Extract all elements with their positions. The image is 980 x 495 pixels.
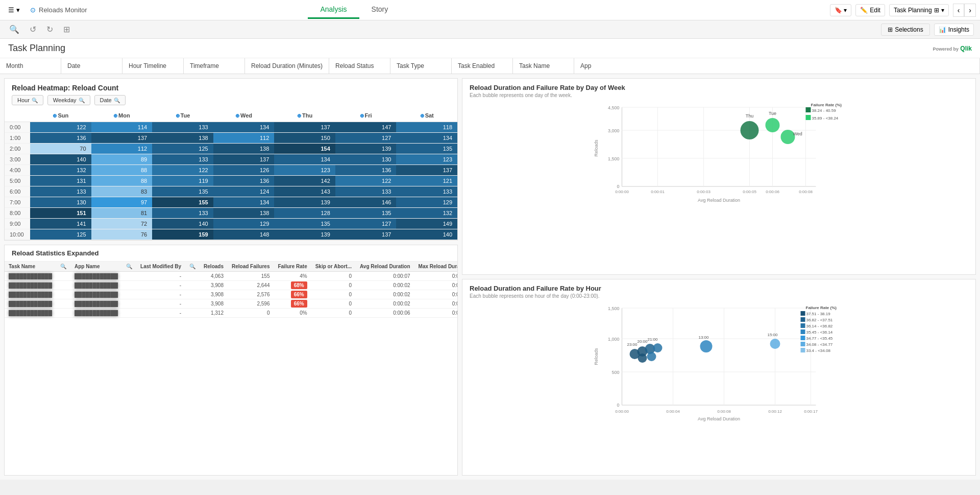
- filter-task-name[interactable]: Task Name: [513, 58, 574, 74]
- heatmap-cell[interactable]: 89: [91, 154, 153, 165]
- heatmap-cell[interactable]: 112: [213, 133, 275, 144]
- heatmap-cell[interactable]: 133: [152, 154, 213, 165]
- heatmap-cell[interactable]: 136: [30, 133, 91, 144]
- heatmap-cell[interactable]: 154: [274, 144, 335, 154]
- tab-analysis[interactable]: Analysis: [308, 1, 359, 19]
- heatmap-cell[interactable]: 114: [91, 122, 153, 133]
- heatmap-cell[interactable]: 131: [30, 176, 91, 186]
- heatmap-cell[interactable]: 143: [274, 186, 335, 197]
- pill-hour[interactable]: Hour 🔍: [12, 95, 43, 105]
- heatmap-cell[interactable]: 138: [152, 133, 213, 144]
- bookmark-button[interactable]: 🔖 ▾: [830, 4, 851, 16]
- filter-task-enabled[interactable]: Task Enabled: [452, 58, 513, 74]
- filter-app[interactable]: App: [574, 58, 980, 74]
- heatmap-cell[interactable]: 97: [91, 197, 153, 208]
- heatmap-cell[interactable]: 137: [91, 133, 153, 144]
- heatmap-cell[interactable]: 140: [30, 154, 91, 165]
- heatmap-cell[interactable]: 81: [91, 208, 153, 219]
- heatmap-cell[interactable]: 146: [335, 197, 397, 208]
- heatmap-cell[interactable]: 88: [91, 165, 153, 176]
- heatmap-cell[interactable]: 133: [335, 186, 397, 197]
- heatmap-cell[interactable]: 133: [396, 186, 457, 197]
- heatmap-cell[interactable]: 130: [30, 197, 91, 208]
- heatmap-cell[interactable]: 133: [152, 208, 213, 219]
- heatmap-cell[interactable]: 125: [152, 144, 213, 154]
- heatmap-cell[interactable]: 142: [274, 176, 335, 186]
- th-modified-search[interactable]: 🔍: [185, 262, 200, 272]
- filter-timeframe[interactable]: Timeframe: [184, 58, 245, 74]
- heatmap-cell[interactable]: 127: [335, 133, 397, 144]
- heatmap-cell[interactable]: 132: [396, 208, 457, 219]
- heatmap-cell[interactable]: 134: [213, 122, 275, 133]
- heatmap-cell[interactable]: 139: [274, 229, 335, 240]
- heatmap-cell[interactable]: 123: [274, 165, 335, 176]
- heatmap-cell[interactable]: 129: [396, 197, 457, 208]
- heatmap-cell[interactable]: 140: [152, 219, 213, 229]
- heatmap-cell[interactable]: 72: [91, 219, 153, 229]
- heatmap-cell[interactable]: 135: [335, 208, 397, 219]
- heatmap-cell[interactable]: 129: [213, 219, 275, 229]
- filter-reload-status[interactable]: Reload Status: [329, 58, 390, 74]
- pill-weekday[interactable]: Weekday 🔍: [47, 95, 90, 105]
- heatmap-cell[interactable]: 135: [152, 186, 213, 197]
- heatmap-cell[interactable]: 135: [396, 144, 457, 154]
- heatmap-cell[interactable]: 134: [213, 197, 275, 208]
- heatmap-cell[interactable]: 147: [335, 122, 397, 133]
- insights-button[interactable]: 📊 Insights: [934, 23, 974, 36]
- heatmap-cell[interactable]: 138: [213, 144, 275, 154]
- selections-button[interactable]: ⊞ Selections: [881, 23, 929, 36]
- heatmap-cell[interactable]: 123: [396, 154, 457, 165]
- redo-button[interactable]: ↻: [43, 23, 56, 36]
- heatmap-cell[interactable]: 137: [213, 154, 275, 165]
- heatmap-cell[interactable]: 137: [396, 165, 457, 176]
- zoom-button[interactable]: 🔍: [6, 23, 22, 36]
- heatmap-cell[interactable]: 134: [274, 154, 335, 165]
- edit-button[interactable]: ✏️ Edit: [855, 4, 885, 16]
- heatmap-cell[interactable]: 151: [30, 208, 91, 219]
- heatmap-cell[interactable]: 159: [152, 229, 213, 240]
- prev-button[interactable]: ‹: [953, 4, 965, 17]
- menu-button[interactable]: ☰ ▾: [4, 4, 24, 16]
- undo-button[interactable]: ↺: [27, 23, 39, 36]
- heatmap-cell[interactable]: 119: [152, 176, 213, 186]
- filter-hour-timeline[interactable]: Hour Timeline: [122, 58, 184, 74]
- heatmap-cell[interactable]: 149: [396, 219, 457, 229]
- heatmap-cell[interactable]: 122: [152, 165, 213, 176]
- heatmap-cell[interactable]: 139: [274, 197, 335, 208]
- heatmap-cell[interactable]: 122: [30, 122, 91, 133]
- heatmap-cell[interactable]: 126: [213, 165, 275, 176]
- heatmap-cell[interactable]: 125: [30, 229, 91, 240]
- heatmap-cell[interactable]: 137: [335, 229, 397, 240]
- heatmap-cell[interactable]: 150: [274, 133, 335, 144]
- filter-reload-duration[interactable]: Reload Duration (Minutes): [245, 58, 329, 74]
- th-task-search[interactable]: 🔍: [56, 262, 70, 272]
- next-button[interactable]: ›: [964, 4, 976, 17]
- heatmap-cell[interactable]: 118: [396, 122, 457, 133]
- heatmap-cell[interactable]: 112: [91, 144, 153, 154]
- heatmap-cell[interactable]: 76: [91, 229, 153, 240]
- th-app-search[interactable]: 🔍: [122, 262, 136, 272]
- heatmap-cell[interactable]: 138: [213, 208, 275, 219]
- heatmap-cell[interactable]: 155: [152, 197, 213, 208]
- heatmap-cell[interactable]: 83: [91, 186, 153, 197]
- heatmap-cell[interactable]: 130: [335, 154, 397, 165]
- filter-task-type[interactable]: Task Type: [390, 58, 452, 74]
- heatmap-cell[interactable]: 139: [335, 144, 397, 154]
- heatmap-cell[interactable]: 127: [335, 219, 397, 229]
- tab-story[interactable]: Story: [359, 1, 401, 19]
- heatmap-cell[interactable]: 133: [30, 186, 91, 197]
- task-planning-button[interactable]: Task Planning ⊞ ▾: [889, 4, 949, 16]
- heatmap-cell[interactable]: 128: [274, 208, 335, 219]
- heatmap-cell[interactable]: 70: [30, 144, 91, 154]
- filter-date[interactable]: Date: [61, 58, 122, 74]
- heatmap-cell[interactable]: 122: [335, 176, 397, 186]
- heatmap-cell[interactable]: 88: [91, 176, 153, 186]
- heatmap-cell[interactable]: 137: [274, 122, 335, 133]
- heatmap-cell[interactable]: 133: [152, 122, 213, 133]
- heatmap-cell[interactable]: 132: [30, 165, 91, 176]
- heatmap-cell[interactable]: 134: [396, 133, 457, 144]
- grid-button[interactable]: ⊞: [60, 23, 73, 36]
- heatmap-cell[interactable]: 141: [30, 219, 91, 229]
- filter-month[interactable]: Month: [0, 58, 61, 74]
- heatmap-cell[interactable]: 121: [396, 176, 457, 186]
